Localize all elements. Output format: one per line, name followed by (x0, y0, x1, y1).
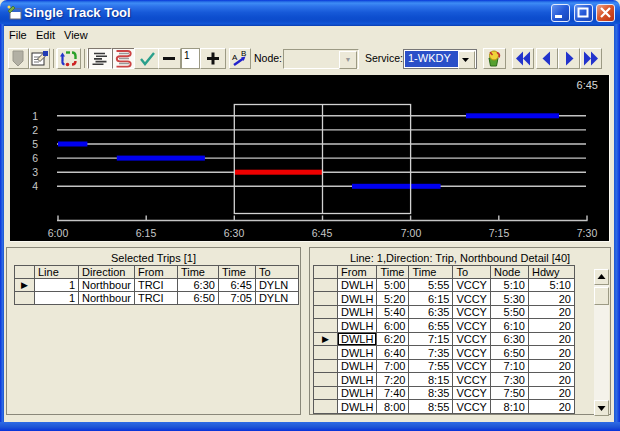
svg-text:1: 1 (32, 110, 38, 122)
svg-text:6:45: 6:45 (312, 227, 333, 239)
svg-text:2: 2 (32, 124, 38, 136)
svg-text:B: B (241, 49, 246, 58)
svg-text:4: 4 (32, 180, 38, 192)
svg-text:6:45: 6:45 (577, 79, 598, 91)
svg-text:7:30: 7:30 (577, 227, 598, 239)
svg-text:7:00: 7:00 (401, 227, 422, 239)
svg-text:7:15: 7:15 (489, 227, 510, 239)
svg-text:6:00: 6:00 (48, 227, 69, 239)
svg-text:6: 6 (32, 152, 38, 164)
svg-text:A: A (232, 53, 238, 62)
svg-text:6:30: 6:30 (224, 227, 245, 239)
svg-text:5: 5 (32, 138, 38, 150)
svg-text:3: 3 (32, 166, 38, 178)
svg-text:6:15: 6:15 (136, 227, 157, 239)
